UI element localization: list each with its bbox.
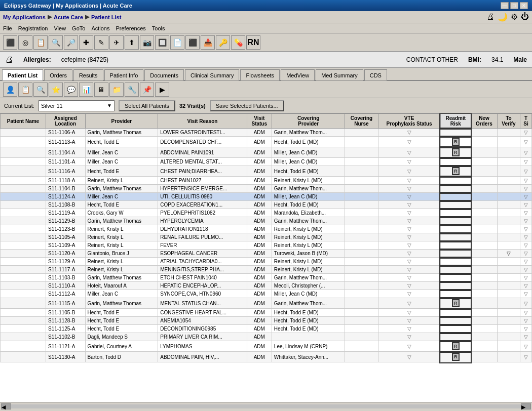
tab-results[interactable]: Results — [73, 69, 103, 80]
tab-orders[interactable]: Orders — [44, 69, 72, 80]
toolbar-btn-11[interactable]: 🔲 — [155, 35, 169, 50]
col-visit-reason[interactable]: Visit Reason — [158, 114, 247, 129]
menu-preferences[interactable]: Preferences — [116, 25, 145, 31]
table-row[interactable]: S11-1113-A Hecht, Todd E DECOMPENSATED C… — [1, 137, 532, 147]
table-row[interactable]: S11-1123-B Reinert, Kristy L DEHYDRATION… — [1, 225, 532, 233]
table-row[interactable]: S11-1110-A Hoteit, Maarouf A HEPATIC ENC… — [1, 282, 532, 290]
col-visit-status[interactable]: VisitStatus — [247, 114, 272, 129]
menu-tools[interactable]: Tools — [152, 25, 165, 31]
table-row[interactable]: S11-1121-A Gabriel, Courtney A LYMPHOMAS… — [1, 341, 532, 352]
toolbar2-btn-3[interactable]: 🔍 — [33, 83, 48, 97]
scroll-bar-horizontal[interactable]: ◀ ▶ — [0, 402, 532, 410]
print-icon[interactable]: 🖨 — [5, 55, 13, 64]
toolbar-btn-9[interactable]: ⬆ — [125, 35, 139, 50]
table-row[interactable]: S11-1101-A Miller, Jean C ALTERED MENTAL… — [1, 158, 532, 166]
breadcrumb-patient-list[interactable]: Patient List — [91, 14, 121, 20]
toolbar-btn-15[interactable]: 🔑 — [216, 35, 230, 50]
toolbar-icon-1[interactable]: 🖨 — [486, 12, 495, 22]
toolbar-icon-2[interactable]: 🌙 — [498, 12, 508, 22]
tab-documents[interactable]: Documents — [144, 69, 184, 80]
table-row[interactable]: S11-1109-A Reinert, Kristy L FEVER ADM R… — [1, 241, 532, 250]
col-patient-name[interactable]: Patient Name — [1, 114, 46, 129]
toolbar-btn-4[interactable]: 🔍 — [49, 35, 63, 50]
toolbar-btn-16[interactable]: 💊 — [231, 35, 245, 50]
toolbar-btn-14[interactable]: 📥 — [201, 35, 215, 50]
toolbar2-btn-10[interactable]: 📌 — [140, 83, 154, 97]
table-row[interactable]: S11-1102-B Dagli, Mandeep S PRIMARY LIVE… — [1, 333, 532, 341]
col-vte-prophylaxis[interactable]: VTEProphylaxis Status — [378, 114, 440, 129]
toolbar2-btn-2[interactable]: 📋 — [18, 83, 32, 97]
close-button[interactable]: ✕ — [520, 2, 528, 9]
maximize-button[interactable]: □ — [510, 2, 518, 9]
minimize-button[interactable]: — — [501, 2, 509, 9]
toolbar2-btn-11[interactable]: ▶ — [155, 83, 169, 97]
table-row[interactable]: S11-1105-B Hecht, Todd E CONGESTIVE HEAR… — [1, 309, 532, 317]
col-covering-nurse[interactable]: CoveringNurse — [345, 114, 378, 129]
toolbar2-btn-1[interactable]: 👤 — [3, 83, 17, 97]
menu-file[interactable]: File — [3, 25, 12, 31]
table-row[interactable]: S11-1108-B Hecht, Todd E COPD EXACERBATI… — [1, 201, 532, 209]
table-row[interactable]: S11-1124-A Miller, Jean C UTI, CELLULITI… — [1, 193, 532, 201]
menu-actions[interactable]: Actions — [91, 25, 109, 31]
toolbar-btn-3[interactable]: 📋 — [33, 35, 48, 50]
col-to-verify[interactable]: ToVerify — [497, 114, 520, 129]
toolbar-icon-4[interactable]: ⏻ — [521, 12, 529, 22]
toolbar2-btn-9[interactable]: 🔧 — [125, 83, 139, 97]
col-ts[interactable]: TSi — [520, 114, 531, 129]
toolbar-btn-5[interactable]: 🔎 — [64, 35, 78, 50]
toolbar-btn-1[interactable]: ⬛ — [3, 35, 17, 50]
toolbar2-btn-5[interactable]: 💬 — [64, 83, 78, 97]
col-readmit-risk[interactable]: ReadmitRisk — [440, 114, 471, 129]
table-row[interactable]: S11-1128-B Hecht, Todd E ANEMIA1054 ADM … — [1, 317, 532, 325]
toolbar-btn-6[interactable]: ✚ — [79, 35, 93, 50]
table-row[interactable]: S11-1130-A Barton, Todd D ABDOMINAL PAIN… — [1, 352, 532, 362]
tab-clinical-summary[interactable]: Clinical Summary — [185, 69, 240, 80]
menu-goto[interactable]: GoTo — [72, 25, 85, 31]
toolbar2-btn-4[interactable]: ⭐ — [49, 83, 63, 97]
table-row[interactable]: S11-1129-B Garin, Matthew Thomas HYPERGL… — [1, 217, 532, 225]
toolbar-btn-2[interactable]: ◎ — [18, 35, 32, 50]
table-row[interactable]: S11-1103-B Garin, Matthew Thomas ETOH CH… — [1, 274, 532, 282]
toolbar-btn-7[interactable]: ✎ — [94, 35, 108, 50]
tab-medview[interactable]: MedView — [281, 69, 315, 80]
tab-flowsheets[interactable]: Flowsheets — [240, 69, 280, 80]
col-covering-provider[interactable]: CoveringProvider — [272, 114, 345, 129]
table-row[interactable]: S11-1112-A Miller, Jean C SYNCOPE,CVA, H… — [1, 290, 532, 298]
toolbar-btn-13[interactable]: ⬛ — [185, 35, 200, 50]
breadcrumb-my-applications[interactable]: My Applications — [3, 14, 46, 20]
scroll-right-btn[interactable]: ▶ — [521, 403, 531, 409]
toolbar2-btn-8[interactable]: 📁 — [109, 83, 124, 97]
toolbar2-btn-6[interactable]: 📊 — [79, 83, 93, 97]
table-row[interactable]: S11-1117-A Reinert, Kristy L MENINGITIS,… — [1, 266, 532, 274]
table-row[interactable]: S11-1129-A Reinert, Kristy L ATRIAL TACH… — [1, 258, 532, 266]
table-row[interactable]: S11-1104-B Garin, Matthew Thomas HYPERTE… — [1, 185, 532, 193]
table-row[interactable]: S11-1105-A Reinert, Kristy L RENAL FAILU… — [1, 233, 532, 241]
col-provider[interactable]: Provider — [85, 114, 158, 129]
table-row[interactable]: S11-1118-A Reinert, Kristy L CHEST PAIN1… — [1, 177, 532, 185]
menu-view[interactable]: View — [54, 25, 66, 31]
table-row[interactable]: S11-1115-A Garin, Matthew Thomas MENTAL … — [1, 298, 532, 309]
col-assigned-location[interactable]: AssignedLocation — [46, 114, 85, 129]
table-row[interactable]: S11-1116-A Hecht, Todd E CHEST PAIN;DIAR… — [1, 166, 532, 177]
table-row[interactable]: S11-1106-A Garin, Matthew Thomas LOWER G… — [1, 129, 532, 137]
toolbar-icon-3[interactable]: ⚙ — [511, 12, 518, 22]
tab-patient-list[interactable]: Patient List — [2, 69, 43, 80]
breadcrumb-acute-care[interactable]: Acute Care — [54, 14, 83, 20]
toolbar-btn-10[interactable]: 📷 — [140, 35, 154, 50]
toolbar-btn-12[interactable]: 📄 — [170, 35, 184, 50]
save-selected-button[interactable]: Save Selected Patients... — [210, 100, 284, 111]
tab-cds[interactable]: CDS — [364, 69, 387, 80]
table-row[interactable]: S11-1119-A Crooks, Gary W PYELONEPHRITIS… — [1, 209, 532, 217]
scroll-left-btn[interactable]: ◀ — [1, 403, 11, 409]
col-new-orders[interactable]: NewOrders — [471, 114, 497, 129]
toolbar-btn-8[interactable]: ✈ — [109, 35, 124, 50]
tab-med-summary[interactable]: Med Summary — [316, 69, 363, 80]
window-controls[interactable]: — □ ✕ — [501, 2, 528, 9]
tab-patient-info[interactable]: Patient Info — [104, 69, 144, 80]
toolbar2-btn-7[interactable]: 🖥 — [94, 83, 108, 97]
table-row[interactable]: S11-1125-A Hecht, Todd E DECONDITIONING0… — [1, 325, 532, 333]
menu-registration[interactable]: Registration — [18, 25, 48, 31]
patient-table-container[interactable]: Patient Name AssignedLocation Provider V… — [0, 113, 532, 402]
table-row[interactable]: S11-1120-A Giantonio, Bruce J ESOPHAGEAL… — [1, 250, 532, 258]
select-all-button[interactable]: Select All Patients — [119, 100, 175, 111]
